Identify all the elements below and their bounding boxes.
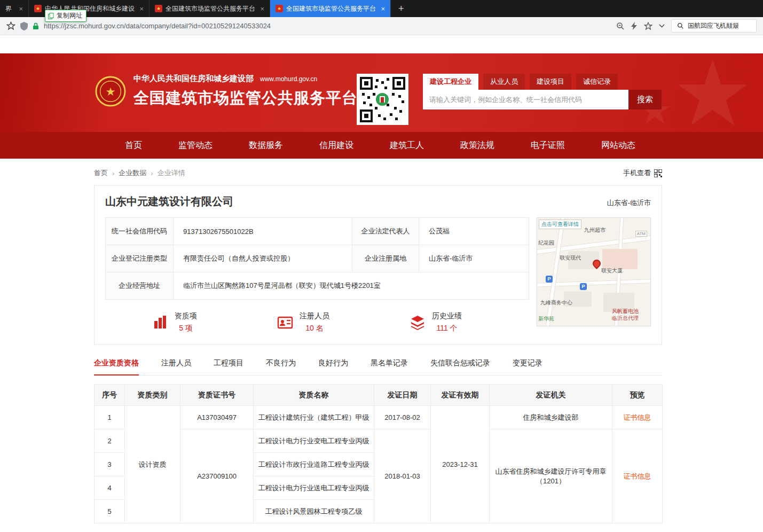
stat-label: 历史业绩 (432, 311, 462, 321)
stat-label: 注册人员 (300, 311, 329, 321)
address-bar-url[interactable]: https://jzsc.mohurd.gov.cn/data/company/… (44, 22, 271, 30)
tab-qualifications[interactable]: 企业资质资格 (94, 358, 139, 375)
nav-item-site-news[interactable]: 网站动态 (601, 132, 635, 159)
main-navigation: 首页 监管动态 数据服务 信用建设 建筑工人 政策法规 电子证照 网站动态 (0, 132, 763, 159)
company-region: 山东省-临沂市 (607, 198, 651, 208)
cell-no: 1 (95, 406, 125, 429)
col-header-cert-no: 资质证书号 (180, 385, 254, 406)
secure-lock-icon (33, 22, 39, 30)
cell-category: 设计资质 (125, 406, 180, 523)
cell-name: 工程设计电力行业变电工程专业丙级 (254, 429, 374, 453)
col-header-no: 序号 (95, 385, 125, 406)
field-value-address: 临沂市兰山区陶然路107号星河晶都（联安）现代城1号楼2201室 (174, 272, 529, 300)
tab-change-records[interactable]: 变更记录 (513, 358, 542, 375)
tab-bad-behavior[interactable]: 不良行为 (266, 358, 296, 375)
browser-tab-2[interactable]: ★ 全国建筑市场监管公共服务平台 × (150, 0, 270, 17)
nav-item-credit[interactable]: 信用建设 (319, 132, 353, 159)
cert-info-link[interactable]: 证书信息 (624, 472, 651, 480)
browser-chrome: 界 × ★ 中华人民共和国住房和城乡建设 × ★ 全国建筑市场监管公共服务平台 … (0, 0, 763, 35)
nav-item-home[interactable]: 首页 (125, 132, 142, 159)
company-info-table: 统一社会信用代码 91371302675501022B 企业法定代表人 公茂福 … (105, 217, 529, 300)
keyword-search-row: 搜索 (423, 90, 662, 109)
search-tab-project[interactable]: 建设项目 (530, 74, 571, 90)
map-label-lianan-modern: 联安现代 (560, 254, 581, 262)
map-label-business-center: 九峰商务中心 (540, 299, 572, 307)
tab-dishonesty-records[interactable]: 失信联合惩戒记录 (430, 358, 490, 375)
search-category-tabs: 建设工程企业 从业人员 建设项目 诚信记录 (423, 74, 662, 90)
new-tab-button[interactable]: + (391, 0, 412, 17)
copy-url-tooltip[interactable]: 复制网址 (45, 10, 86, 22)
cell-name: 工程设计市政行业道路工程专业丙级 (254, 453, 374, 476)
stat-value: 5 项 (175, 324, 197, 333)
cell-preview: 证书信息 (612, 429, 663, 523)
ministry-line: 中华人民共和国住房和城乡建设部www.mohurd.gov.cn (133, 74, 358, 84)
cell-authority: 住房和城乡建设部 (490, 406, 612, 429)
breadcrumb-company-data[interactable]: 企业数据 (119, 168, 146, 178)
map-label-battery-line2: 临沂总代理 (612, 315, 639, 322)
tab-blacklist[interactable]: 黑名单记录 (371, 358, 408, 375)
personnel-icon (277, 315, 293, 331)
site-brand: ★ 中华人民共和国住房和城乡建设部www.mohurd.gov.cn 全国建筑市… (95, 74, 358, 109)
cell-cert-no: A137030497 (180, 406, 254, 429)
favorite-star-icon[interactable] (644, 22, 652, 30)
tab-title: 界 (5, 4, 15, 13)
company-location-map[interactable]: 点击可查看详情 九州超市 ATM 纪花园 联安现代 联安大厦 P P 九峰商务中… (537, 217, 651, 326)
copy-url-label: 复制网址 (57, 11, 82, 20)
browser-tab-0[interactable]: 界 × (0, 0, 29, 17)
close-tab-icon[interactable]: × (381, 5, 385, 13)
cell-issue-date: 2017-08-02 (374, 406, 431, 429)
search-button[interactable]: 搜索 (628, 90, 662, 109)
stat-history-performance[interactable]: 历史业绩 111 个 (410, 311, 462, 333)
tab-good-behavior[interactable]: 良好行为 (318, 358, 348, 375)
cert-info-link[interactable]: 证书信息 (624, 413, 651, 421)
map-building-block (602, 249, 638, 269)
map-label-lianan-tower: 联安大厦 (601, 267, 623, 275)
search-tab-credit[interactable]: 诚信记录 (576, 74, 618, 90)
cell-cert-no: A237009100 (180, 429, 254, 523)
browser-tab-active[interactable]: ★ 全国建筑市场监管公共服务平台 × (270, 0, 391, 17)
shield-icon[interactable] (20, 22, 28, 30)
mobile-view[interactable]: 手机查看 (623, 168, 662, 178)
hot-search-text: 国航回应飞机颠簸 (688, 21, 739, 30)
chevron-down-icon[interactable] (659, 24, 665, 28)
nav-item-policy[interactable]: 政策法规 (460, 132, 494, 159)
keyword-input[interactable] (423, 90, 628, 109)
close-tab-icon[interactable]: × (260, 5, 264, 13)
nav-item-data-service[interactable]: 数据服务 (249, 132, 283, 159)
browser-search-box[interactable]: 国航回应飞机颠簸 (671, 19, 757, 33)
nav-item-e-license[interactable]: 电子证照 (531, 132, 565, 159)
map-hint-label: 点击可查看详情 (539, 220, 581, 229)
col-header-validity: 发证有效期 (431, 385, 490, 406)
search-tab-enterprise[interactable]: 建设工程企业 (423, 74, 478, 90)
ministry-name: 中华人民共和国住房和城乡建设部 (133, 74, 254, 83)
header-search-area: 建设工程企业 从业人员 建设项目 诚信记录 搜索 (423, 74, 662, 109)
field-value-credit-code: 91371302675501022B (174, 218, 352, 245)
flash-extension-icon[interactable] (631, 22, 638, 30)
stat-registered-personnel[interactable]: 注册人员 10 名 (277, 311, 329, 333)
cell-no: 4 (95, 476, 125, 500)
col-header-preview: 预览 (612, 385, 663, 406)
tab-projects[interactable]: 工程项目 (214, 358, 243, 375)
layers-icon (410, 315, 426, 331)
stat-label: 资质项 (175, 311, 197, 321)
breadcrumb-home[interactable]: 首页 (94, 168, 108, 178)
col-header-category: 资质类别 (125, 385, 180, 406)
field-label: 企业经营地址 (106, 272, 174, 300)
site-favicon-icon: ★ (155, 5, 162, 12)
site-favicon-icon: ★ (34, 5, 42, 12)
tab-registered-personnel[interactable]: 注册人员 (161, 358, 191, 375)
close-tab-icon[interactable]: × (19, 5, 23, 13)
copy-icon (48, 13, 54, 19)
nav-item-supervision[interactable]: 监管动态 (178, 132, 213, 159)
map-label-supermarket: 九州超市 (584, 226, 605, 234)
stat-qualifications[interactable]: 资质项 5 项 (152, 311, 197, 333)
zoom-icon[interactable] (616, 22, 625, 30)
bookmark-star-icon[interactable] (6, 21, 15, 30)
close-tab-icon[interactable]: × (139, 5, 144, 13)
search-tab-personnel[interactable]: 从业人员 (483, 74, 525, 90)
stat-value: 111 个 (432, 324, 462, 333)
site-header-banner: ★ ★ ★ 中华人民共和国住房和城乡建设部www.mohurd.gov.cn 全… (0, 53, 763, 132)
cell-issue-date: 2018-01-03 (374, 429, 431, 523)
nav-item-workers[interactable]: 建筑工人 (390, 132, 424, 159)
field-value-legal-rep: 公茂福 (419, 218, 529, 245)
